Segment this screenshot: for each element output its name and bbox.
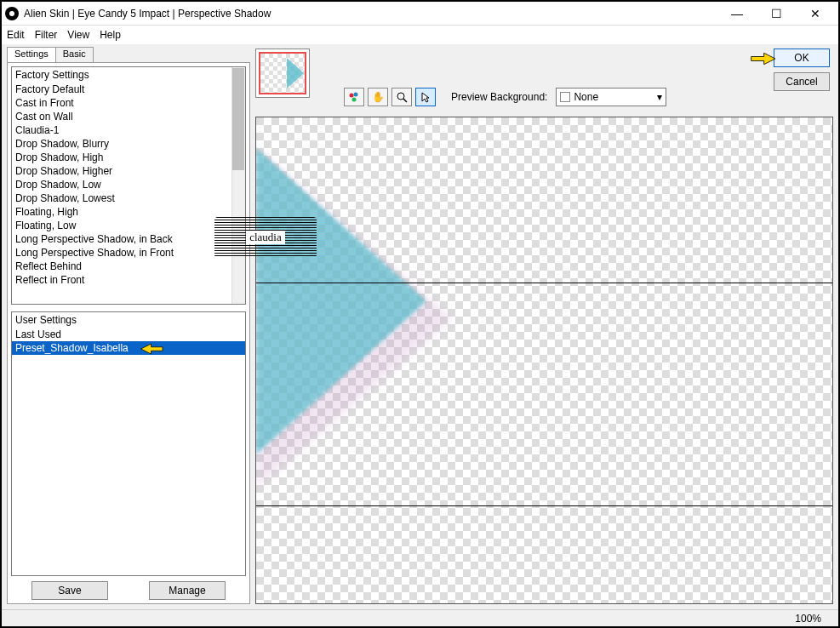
pointer-tool-icon[interactable] <box>415 88 436 106</box>
user-settings-list[interactable]: User Settings Last UsedPreset_Shadow_Isa… <box>11 311 246 576</box>
user-header: User Settings <box>12 312 245 328</box>
zoom-tool-icon[interactable] <box>391 88 412 106</box>
factory-item[interactable]: Claudia-1 <box>12 123 245 137</box>
factory-item[interactable]: Long Perspective Shadow, in Back <box>12 232 245 246</box>
factory-header: Factory Settings <box>12 67 245 83</box>
factory-item[interactable]: Floating, High <box>12 205 245 219</box>
pointer-icon <box>140 341 169 358</box>
factory-item[interactable]: Reflect Behind <box>12 260 245 273</box>
save-button[interactable]: Save <box>31 581 108 600</box>
cancel-button[interactable]: Cancel <box>774 72 830 91</box>
svg-point-3 <box>397 93 404 100</box>
preview-bg-label: Preview Background: <box>451 91 547 103</box>
factory-item[interactable]: Floating, Low <box>12 219 245 232</box>
preview-bg-value: None <box>574 91 598 103</box>
factory-item[interactable]: Cast in Front <box>12 96 245 110</box>
factory-item[interactable]: Reflect in Front <box>12 273 245 287</box>
factory-item[interactable]: Drop Shadow, Lowest <box>12 191 245 205</box>
menu-filter[interactable]: Filter <box>35 29 58 41</box>
scroll-thumb[interactable] <box>232 68 244 170</box>
factory-item[interactable]: Cast on Wall <box>12 110 245 123</box>
close-button[interactable]: ✕ <box>796 2 835 26</box>
color-picker-icon[interactable] <box>344 88 364 106</box>
window-title: Alien Skin | Eye Candy 5 Impact | Perspe… <box>24 8 717 20</box>
chevron-down-icon: ▾ <box>657 91 662 103</box>
scrollbar[interactable] <box>231 67 245 304</box>
user-item[interactable]: Last Used <box>12 328 245 341</box>
factory-item[interactable]: Factory Default <box>12 83 245 96</box>
preview-thumbnail[interactable] <box>255 49 310 98</box>
svg-point-1 <box>354 93 358 97</box>
menu-edit[interactable]: Edit <box>7 29 25 41</box>
watermark: claudia <box>214 217 317 258</box>
factory-item[interactable]: Drop Shadow, Higher <box>12 164 245 178</box>
factory-item[interactable]: Drop Shadow, High <box>12 151 245 164</box>
minimize-button[interactable]: — <box>717 2 757 26</box>
user-item[interactable]: Preset_Shadow_Isabella <box>12 341 245 355</box>
svg-line-4 <box>403 99 407 102</box>
menu-view[interactable]: View <box>67 29 89 41</box>
factory-item[interactable]: Long Perspective Shadow, in Front <box>12 246 245 260</box>
tab-basic[interactable]: Basic <box>55 47 94 62</box>
preview-canvas[interactable] <box>255 117 833 604</box>
svg-point-0 <box>350 94 354 98</box>
menu-help[interactable]: Help <box>100 29 121 41</box>
factory-item[interactable]: Drop Shadow, Low <box>12 178 245 191</box>
ok-button[interactable]: OK <box>774 49 830 67</box>
pointer-icon <box>748 50 777 67</box>
hand-tool-icon[interactable]: ✋ <box>368 88 388 106</box>
svg-point-2 <box>352 98 357 102</box>
manage-button[interactable]: Manage <box>149 581 226 600</box>
tab-settings[interactable]: Settings <box>7 47 56 62</box>
canvas-guides <box>256 283 832 506</box>
factory-item[interactable]: Drop Shadow, Blurry <box>12 137 245 151</box>
statusbar: 100% <box>2 609 838 626</box>
zoom-level: 100% <box>795 613 821 625</box>
preview-bg-select[interactable]: None ▾ <box>556 88 666 106</box>
app-icon <box>5 7 19 20</box>
menubar: Edit Filter View Help <box>2 26 838 44</box>
titlebar: Alien Skin | Eye Candy 5 Impact | Perspe… <box>2 2 838 26</box>
factory-settings-list[interactable]: Factory Settings Factory DefaultCast in … <box>11 66 246 305</box>
maximize-button[interactable]: ☐ <box>757 2 796 26</box>
